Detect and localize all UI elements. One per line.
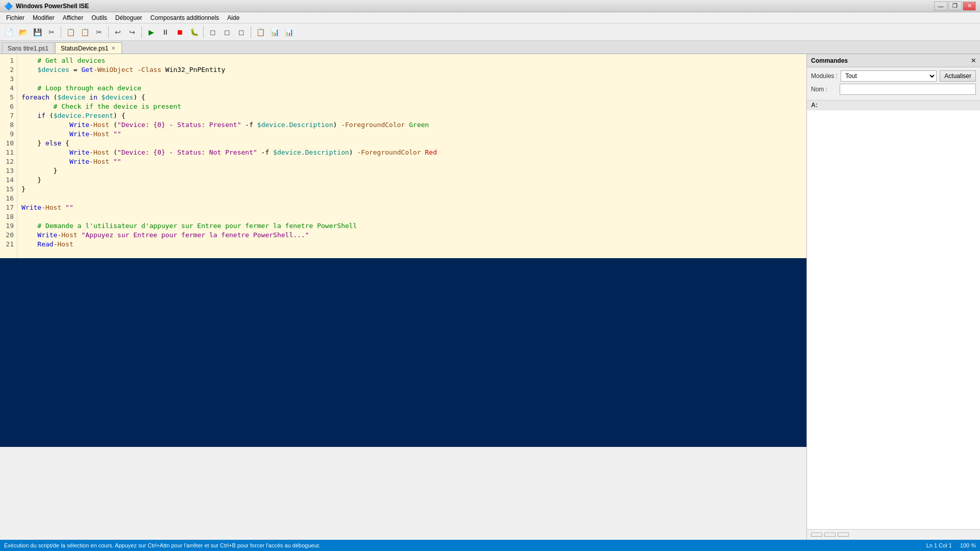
commands-list[interactable]: A:	[807, 101, 980, 529]
maximize-button[interactable]: ❐	[948, 2, 962, 11]
console-pane-button[interactable]: ◻	[220, 26, 234, 39]
execute-button[interactable]	[811, 533, 822, 537]
tabbar: Sans titre1.ps1 StatusDevice.ps1 ✕	[0, 41, 980, 54]
code-line-21: Read-Host	[21, 240, 437, 249]
code-line-20: Write-Host "Appuyez sur Entree pour ferm…	[21, 231, 437, 240]
code-line-16	[21, 194, 437, 203]
code-line-18	[21, 212, 437, 221]
status-right: Ln 1 Col 1 100 %	[926, 542, 976, 548]
full-screen-button[interactable]: ◻	[235, 26, 248, 39]
tab-label-status-device: StatusDevice.ps1	[61, 45, 108, 52]
code-line-1: # Get all devices	[21, 56, 437, 65]
tab-status-device[interactable]: StatusDevice.ps1 ✕	[55, 42, 122, 54]
code-line-9: Write-Host ""	[21, 130, 437, 139]
window-controls: — ❐ ✕	[934, 2, 976, 11]
redo-button[interactable]: ↪	[126, 26, 139, 39]
titlebar: 🔷 Windows PowerShell ISE — ❐ ✕	[0, 0, 980, 12]
commands-header: Commandes ✕	[807, 54, 980, 67]
tab-sans-titre[interactable]: Sans titre1.ps1	[2, 42, 54, 54]
code-line-13: }	[21, 166, 437, 176]
name-input[interactable]	[840, 84, 976, 95]
modules-row: Modules : Tout Actualiser	[811, 70, 976, 82]
close-button[interactable]: ✕	[963, 2, 976, 11]
menu-item-outils[interactable]: Outils	[87, 12, 111, 23]
code-line-14: }	[21, 176, 437, 185]
menu-item-fichier[interactable]: Fichier	[2, 12, 29, 23]
code-line-6: # Check if the device is present	[21, 102, 437, 111]
undo-button[interactable]: ↩	[111, 26, 125, 39]
debug-button[interactable]: 🐛	[187, 26, 201, 39]
code-line-4: # Loop through each device	[21, 84, 437, 93]
code-line-11: Write-Host ("Device: {0} - Status: Not P…	[21, 148, 437, 157]
clear-button[interactable]: ✂	[92, 26, 106, 39]
help-button[interactable]: 📊	[268, 26, 281, 39]
window-title: Windows PowerShell ISE	[16, 3, 934, 10]
separator-4	[203, 26, 204, 38]
menu-item-modifier[interactable]: Modifier	[29, 12, 59, 23]
separator-1	[61, 26, 61, 38]
code-line-3	[21, 74, 437, 84]
cut-button[interactable]: ✂	[45, 26, 58, 39]
code-content[interactable]: # Get all devices $devices = Get-WmiObje…	[17, 54, 441, 258]
options-button[interactable]: 📊	[282, 26, 296, 39]
stop-button[interactable]: ⏹	[173, 26, 186, 39]
code-line-17: Write-Host ""	[21, 203, 437, 212]
statusbar: Exécution du script/de la sélection en c…	[0, 540, 980, 551]
save-button[interactable]: 💾	[31, 26, 44, 39]
tab-close-status-device[interactable]: ✕	[110, 45, 116, 51]
main-layout: 123456789101112131415161718192021 # Get …	[0, 54, 980, 540]
commands-section-a: A:	[807, 101, 980, 110]
copy-button[interactable]: 📋	[64, 26, 77, 39]
code-line-5: foreach ($device in $devices) {	[21, 93, 437, 102]
code-line-15: }	[21, 185, 437, 194]
code-line-12: Write-Host ""	[21, 157, 437, 166]
app-icon: 🔷	[4, 2, 13, 10]
menu-item-afficher[interactable]: Afficher	[59, 12, 87, 23]
name-row: Nom :	[811, 84, 976, 95]
paste-button[interactable]: 📋	[78, 26, 91, 39]
commands-panel: Commandes ✕ Modules : Tout Actualiser No…	[806, 54, 980, 540]
code-line-19: # Demande a l'utilisateur d'appuyer sur …	[21, 221, 437, 231]
separator-3	[141, 26, 142, 38]
separator-2	[108, 26, 109, 38]
new-button[interactable]: 📄	[2, 26, 15, 39]
panel-close-button[interactable]: ✕	[971, 57, 976, 64]
pause-button[interactable]: ⏸	[159, 26, 172, 39]
commands-actions	[807, 529, 980, 540]
separator-5	[251, 26, 251, 38]
snippets-button[interactable]: 📋	[254, 26, 267, 39]
insert-button[interactable]	[824, 533, 836, 537]
copy-cmd-button[interactable]	[838, 533, 849, 537]
commands-filters: Modules : Tout Actualiser Nom :	[807, 67, 980, 101]
menu-item-composants additionnels[interactable]: Composants additionnels	[146, 12, 224, 23]
run-button[interactable]: ▶	[144, 26, 158, 39]
menu-item-aide[interactable]: Aide	[223, 12, 243, 23]
tab-label-sans-titre: Sans titre1.ps1	[8, 45, 48, 52]
minimize-button[interactable]: —	[934, 2, 947, 11]
code-line-8: Write-Host ("Device: {0} - Status: Prese…	[21, 120, 437, 130]
line-numbers: 123456789101112131415161718192021	[0, 54, 17, 258]
editor-area: 123456789101112131415161718192021 # Get …	[0, 54, 806, 540]
code-line-7: if ($device.Present) {	[21, 111, 437, 120]
zoom-level: 100 %	[960, 542, 976, 548]
modules-select[interactable]: Tout	[841, 70, 937, 82]
ln-col: Ln 1 Col 1	[926, 542, 952, 548]
menu-item-déboguer[interactable]: Déboguer	[111, 12, 146, 23]
code-editor[interactable]: 123456789101112131415161718192021 # Get …	[0, 54, 806, 258]
modules-label: Modules :	[811, 72, 838, 80]
name-label: Nom :	[811, 86, 837, 93]
refresh-button[interactable]: Actualiser	[940, 70, 976, 82]
code-line-10: } else {	[21, 139, 437, 148]
toolbar: 📄 📂 💾 ✂ 📋 📋 ✂ ↩ ↪ ▶ ⏸ ⏹ 🐛 ◻ ◻ ◻ 📋 📊 📊	[0, 23, 980, 41]
commands-title: Commandes	[811, 57, 848, 64]
status-message: Exécution du script/de la sélection en c…	[4, 542, 926, 548]
code-line-2: $devices = Get-WmiObject -Class Win32_Pn…	[21, 65, 437, 74]
open-button[interactable]: 📂	[16, 26, 30, 39]
terminal[interactable]	[0, 258, 806, 447]
menubar: FichierModifierAfficherOutilsDéboguerCom…	[0, 12, 980, 23]
script-pane-button[interactable]: ◻	[206, 26, 219, 39]
